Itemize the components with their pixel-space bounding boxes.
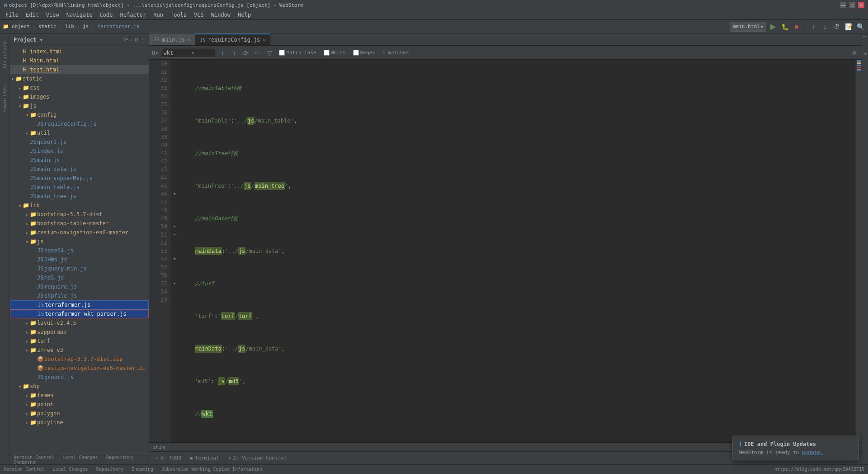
menu-view[interactable]: View [42,11,63,19]
tree-item-famen[interactable]: ▸ 📁 famen [10,391,149,400]
fold-54[interactable]: ▾ [171,255,178,263]
history-button[interactable]: ⏱ [832,22,842,32]
vtab-favorites[interactable]: Favorites [0,81,9,116]
version-control-tab[interactable]: ↕ 2: Version Control [224,452,292,464]
tree-item-main-suppermap[interactable]: JS main_supperMap.js [10,174,149,183]
tree-item-require[interactable]: JS require.js [10,282,149,291]
menu-code[interactable]: Code [96,11,117,19]
annotate-button[interactable]: 📝 [844,22,854,32]
tree-item-terraformer-wkt[interactable]: JS terraformer-wkt-parser.js [10,309,149,318]
tree-item-requireconfig[interactable]: JS requireConfig.js [10,119,149,128]
tree-item-main-js[interactable]: JS main.js [10,156,149,165]
match-case-option[interactable]: Match Case [277,48,318,58]
tree-item-ztree[interactable]: ▸ 📁 zTree_v3 [10,346,149,355]
menu-help[interactable]: Help [234,11,255,19]
tree-item-dhws[interactable]: JS DHWs.js [10,255,149,264]
tab-main-js[interactable]: JS main.js ✕ [149,33,195,45]
regex-option[interactable]: Regex [351,48,377,58]
menu-refactor[interactable]: Refactor [116,11,150,19]
tree-item-layui[interactable]: ▸ 📁 layui-v2.4.5 [10,318,149,327]
right-panel-icon-2[interactable]: F [863,53,868,56]
fold-50[interactable]: ▾ [171,223,178,231]
close-search-btn[interactable]: ✕ [850,48,859,57]
words-checkbox[interactable] [324,50,330,56]
todo-tab[interactable]: ✓ 6: TODO [151,452,186,464]
collapse-icon[interactable]: ≡ [130,37,133,43]
tab-close-btn[interactable]: ✕ [188,37,190,42]
tree-item-main-data[interactable]: JS main_data.js [10,165,149,174]
menu-file[interactable]: File [2,11,22,19]
terminal-tab[interactable]: ▶ Terminal [186,452,224,464]
search-everywhere-button[interactable]: 🔍 [855,22,865,32]
run-button[interactable]: ▶ [768,22,778,32]
tree-item-css[interactable]: ▸ 📁 css [10,83,149,92]
tree-item-index-html[interactable]: H index.html [10,47,149,56]
code-content[interactable]: //mainTable封装 'mainTable':'../js/main_ta… [178,60,855,442]
menu-run[interactable]: Run [150,11,167,19]
tree-item-polyline[interactable]: ▸ 📁 polyline [10,418,149,427]
match-case-checkbox[interactable] [279,50,285,56]
sync-icon[interactable]: ⟳ [123,37,128,43]
right-panel-icon-1[interactable]: I [863,35,868,38]
menu-navigate[interactable]: Navigate [63,11,96,19]
tree-item-gcoord-lib[interactable]: JS gcoord.js [10,373,149,382]
search-refresh-btn[interactable]: ⟳ [241,48,250,57]
fold-46[interactable]: ▾ [171,190,178,198]
gear-icon[interactable]: ⋮ [140,37,145,43]
tree-item-util[interactable]: ▸ 📁 util [10,128,149,137]
tree-item-terraformer[interactable]: JS terraformer.js [10,300,149,309]
regex-checkbox[interactable] [353,50,359,56]
tree-item-config[interactable]: ▾ 📁 config [10,110,149,119]
tree-item-lib[interactable]: ▾ 📁 lib [10,201,149,210]
fold-57[interactable]: ▾ [171,280,178,288]
notification-link[interactable]: update. [802,450,823,455]
menu-window[interactable]: Window [208,11,234,19]
tree-item-main-table[interactable]: JS main_table.js [10,183,149,192]
words-option[interactable]: Words [321,48,348,58]
search-next-btn[interactable]: ↓ [230,48,239,57]
update-button[interactable]: ↑ [808,22,818,32]
fold-51[interactable]: ▾ [171,231,178,239]
debug-button[interactable]: 🐛 [780,22,790,32]
tree-item-images[interactable]: ▸ 📁 images [10,92,149,101]
tree-item-jquery[interactable]: JS jquery.min.js [10,264,149,273]
minimize-button[interactable]: — [840,2,846,8]
search-filter-btn[interactable]: ▽ [265,48,274,57]
search-input[interactable] [163,50,190,56]
tree-item-cesium-zip[interactable]: 📦 cesium-navigation-es6-master.zip [10,364,149,373]
menu-vcs[interactable]: VCS [190,11,208,19]
stop-button[interactable]: ■ [792,22,802,32]
tree-item-bootstrap-table[interactable]: ▸ 📁 bootstrap-table-master [10,219,149,228]
run-config-dropdown[interactable]: main.html ▼ [730,22,766,32]
tree-item-static[interactable]: ▾ 📁 static [10,74,149,83]
tree-item-bootstrap-dist[interactable]: ▸ 📁 bootstrap-3.3.7-dist [10,210,149,219]
git-button[interactable]: ↓ [820,22,830,32]
tree-item-test-html[interactable]: H test.html [10,65,149,74]
tree-item-bootstrap-zip[interactable]: 📦 bootstrap-3.3.7-dist.zip [10,355,149,364]
tree-item-cesium-nav[interactable]: ▸ 📁 cesium-navigation-es6-master [10,228,149,237]
tree-item-gcoord[interactable]: JS gcoord.js [10,137,149,147]
tree-item-index-js[interactable]: JS index.js [10,147,149,156]
search-expand-btn[interactable]: ⋯ [253,48,262,57]
tree-item-point[interactable]: ▸ 📁 point [10,400,149,409]
code-editor[interactable]: 30 31 32 33 34 35 36 37 38 39 40 41 42 4… [149,60,862,442]
menu-tools[interactable]: Tools [167,11,190,19]
tree-item-md5[interactable]: JS md5.js [10,273,149,282]
tree-item-turf[interactable]: ▸ 📁 turf [10,337,149,346]
tree-item-polygon[interactable]: ▸ 📁 polygon [10,409,149,418]
clear-search-icon[interactable]: ✕ [190,50,195,56]
tree-item-base64[interactable]: JS base64.js [10,246,149,255]
tree-item-main-html[interactable]: H Main.html [10,56,149,65]
vtab-structure[interactable]: Structure [0,38,9,72]
menu-edit[interactable]: Edit [22,11,42,19]
search-prev-btn[interactable]: ↑ [218,48,227,57]
tree-item-lib-js[interactable]: ▾ 📁 js [10,237,149,246]
tree-item-main-tree[interactable]: JS main_tree.js [10,192,149,201]
close-button[interactable]: ✕ [858,2,864,8]
maximize-button[interactable]: □ [849,2,855,8]
tree-item-suppermap[interactable]: ▸ 📁 suppermap [10,327,149,337]
settings-icon[interactable]: ⚙ [135,37,138,43]
tab-close-btn[interactable]: ✕ [263,38,265,43]
tree-item-shp[interactable]: ▾ 📁 shp [10,382,149,391]
tree-item-shpfile[interactable]: JS shpfile.js [10,291,149,300]
